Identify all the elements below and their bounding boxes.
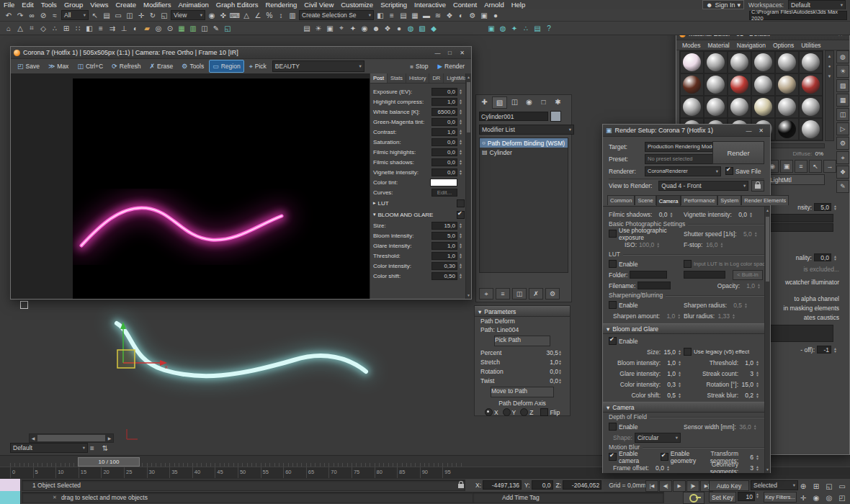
timeline-tick[interactable]: 30 (147, 467, 170, 479)
render-button[interactable]: Render (712, 141, 764, 164)
select-and-move-icon[interactable]: ✛ (135, 10, 147, 21)
scroll-left-icon[interactable]: ◀ (30, 436, 37, 441)
spinner-snap-icon[interactable]: ↕ (275, 10, 287, 21)
bloom-value-field[interactable]: 0,50 (431, 272, 457, 280)
corona-material-icon[interactable]: ◍ (497, 23, 509, 34)
material-swatch[interactable] (751, 73, 775, 96)
motion-tab-icon[interactable]: ◉ (522, 96, 536, 107)
timeline-tick[interactable]: 65 (306, 467, 329, 479)
place-highlight-icon[interactable]: ◐ (130, 23, 141, 34)
spinner[interactable] (459, 129, 465, 135)
target-dropdown[interactable]: Production Rendering Mode▾ (645, 142, 721, 152)
material-swatch[interactable] (728, 73, 751, 96)
menu-item[interactable]: Civil View (300, 1, 337, 9)
curve-editor-icon[interactable]: ≋ (432, 10, 444, 21)
transform-segments-field[interactable]: 6 (741, 454, 753, 461)
bloom-param-field[interactable]: 0,3 (663, 381, 676, 388)
swatch-scroll-strip[interactable]: ▲●▼ (825, 50, 834, 141)
move-to-path-button[interactable]: Move to Path (491, 387, 554, 397)
glare-param-field[interactable]: 15,0 (741, 381, 753, 388)
spacing-tool-icon[interactable]: ∷ (72, 23, 84, 34)
particle-view-icon[interactable]: ✦ (347, 23, 359, 34)
spinner[interactable] (558, 369, 564, 374)
play-button[interactable]: ▶ (673, 480, 686, 492)
bokeh-shape-dropdown[interactable]: Circular▾ (635, 433, 681, 443)
align-icon[interactable]: ≡ (386, 10, 398, 21)
coord-x-field[interactable]: -4497,136 (483, 480, 522, 490)
material-swatch[interactable] (728, 51, 751, 73)
vfb-tab[interactable]: Stats (388, 73, 406, 83)
maximize-icon[interactable]: □ (444, 48, 456, 57)
select-and-manipulate-icon[interactable]: ✜ (218, 10, 229, 21)
dof-enable-checkbox[interactable]: Enable (603, 423, 684, 431)
render-setup-icon[interactable]: ⚙ (467, 10, 478, 21)
reference-coordinate-dropdown[interactable]: View▾ (171, 10, 205, 20)
spinner[interactable] (459, 89, 465, 94)
render-setup-tab[interactable]: Camera (656, 195, 681, 206)
timeline-tick[interactable]: 10 (55, 467, 79, 479)
render-setup-titlebar[interactable]: ▣ Render Setup: Corona 7 (Hotfix 1) — ✕ (603, 125, 770, 137)
bloom-param-field[interactable]: 0,5 (663, 392, 676, 399)
render-setup-tab[interactable]: Common (607, 195, 635, 205)
minimize-icon[interactable]: — (431, 48, 444, 57)
project-folder-field[interactable]: C:\Program Files\Autodesk\3ds Max 2020 (749, 11, 847, 20)
material-swatch[interactable] (775, 73, 799, 96)
background-icon[interactable]: ▨ (836, 79, 849, 92)
parameter-value[interactable]: 30,5 (546, 349, 558, 356)
maxscript-mini-listener[interactable] (0, 479, 21, 504)
pick-material-icon[interactable]: ✎ (836, 180, 849, 193)
sharpen-radius-field[interactable]: 0,5 (729, 302, 742, 309)
copy-button[interactable]: ◫ Ctrl+C (73, 60, 107, 73)
menu-item[interactable]: Animation (175, 1, 212, 9)
parameter-value[interactable]: 0,0 (550, 377, 558, 384)
timeline-tick[interactable]: 85 (397, 467, 420, 479)
lock-view-icon[interactable] (751, 180, 764, 192)
off-field[interactable]: -1 (817, 346, 831, 354)
material-editor-menu-item[interactable]: Navigation (734, 42, 769, 49)
parameters-rollout-header[interactable]: ▾ Parameters (475, 306, 570, 317)
post-value-field[interactable]: 0,0 (431, 158, 457, 166)
spinner[interactable] (833, 204, 839, 210)
spinner[interactable] (459, 253, 465, 258)
sheet-view-icon[interactable]: ▥ (187, 23, 199, 34)
scene-script-icon[interactable]: ✎ (210, 23, 222, 34)
show-end-result-icon[interactable]: ≡ (795, 160, 808, 173)
align-position-icon[interactable]: ≡ (95, 23, 107, 34)
material-swatch[interactable] (751, 51, 775, 73)
menu-item[interactable]: Modifiers (140, 1, 175, 9)
mirror-icon[interactable]: ◧ (375, 10, 386, 21)
corona-scatter-icon[interactable]: ∴ (520, 23, 532, 34)
spinner[interactable] (459, 149, 465, 155)
menu-item[interactable]: Views (86, 1, 112, 9)
selection-filter-dropdown[interactable]: All▾ (61, 10, 89, 20)
viewport-horizontal-scrollbar[interactable]: ◀ ▶ (29, 433, 114, 443)
menu-item[interactable]: Arnold (480, 1, 507, 9)
corona-light-icon[interactable]: ✦ (509, 23, 520, 34)
opacity-field[interactable]: 1,0 (742, 282, 755, 289)
post-value-field[interactable]: 1,0 (431, 98, 457, 106)
isolate-selection-icon[interactable]: ◎ (153, 23, 164, 34)
remove-modifier-icon[interactable]: ✗ (529, 288, 543, 300)
material-options-icon[interactable]: ⚙ (836, 137, 849, 150)
key-filters-button[interactable]: Key Filters... (764, 492, 797, 503)
next-frame-button[interactable]: |▶ (686, 480, 699, 492)
spinner[interactable] (833, 255, 839, 261)
menu-item[interactable]: Graph Editors (212, 1, 262, 9)
timeline-tick[interactable]: 0 (10, 467, 33, 479)
spinner[interactable] (459, 243, 465, 248)
legacy-effect-checkbox[interactable]: Use legacy (v5) effect (684, 348, 770, 356)
stop-button[interactable]: ■ Stop (406, 60, 431, 73)
material-editor-icon[interactable]: ◐ (455, 10, 467, 21)
render-production-icon[interactable]: ● (490, 10, 501, 21)
material-editor-menu-item[interactable]: Material (705, 42, 733, 49)
render-setup-tab[interactable]: System (717, 195, 741, 205)
edit-named-selection-sets-icon[interactable]: ▥ (287, 10, 298, 21)
key-mode-dropdown[interactable]: Selected ▾ (751, 480, 798, 490)
utilities-tab-icon[interactable]: ✱ (551, 96, 565, 107)
select-object-icon[interactable]: ↖ (89, 10, 101, 21)
modifier-stack[interactable]: ○ Path Deform Binding (WSM) ▤ Cylinder (479, 138, 568, 273)
menu-item[interactable]: Tools (37, 1, 61, 9)
timeline-tick[interactable]: 95 (442, 467, 465, 479)
spinner[interactable] (833, 347, 839, 353)
max-button[interactable]: ≫ Max (45, 60, 72, 73)
